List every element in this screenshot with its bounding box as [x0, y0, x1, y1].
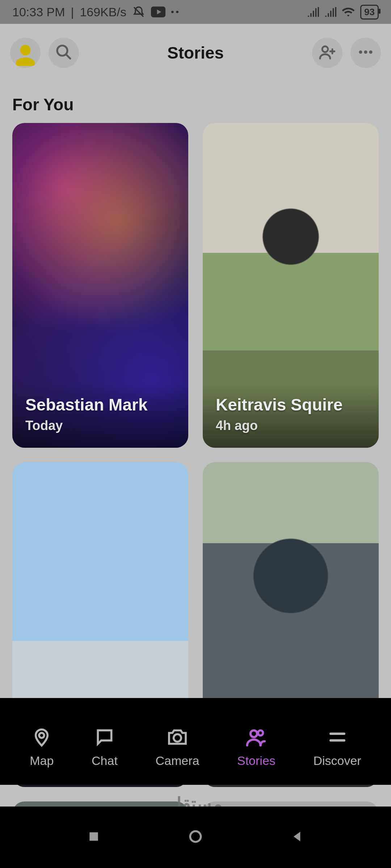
- search-button[interactable]: [49, 38, 79, 68]
- dots-icon: [171, 10, 178, 14]
- svg-point-16: [190, 831, 201, 842]
- section-for-you: For You: [0, 82, 391, 123]
- story-card[interactable]: Keitravis Squire 4h ago: [203, 123, 379, 448]
- svg-point-1: [171, 11, 174, 13]
- nav-map[interactable]: Map: [30, 726, 54, 768]
- nav-discover[interactable]: Discover: [313, 726, 361, 768]
- nav-label: Discover: [313, 754, 361, 768]
- home-button[interactable]: [188, 829, 203, 846]
- chat-icon: [93, 726, 116, 749]
- add-friend-button[interactable]: [312, 38, 342, 68]
- search-icon: [55, 43, 72, 62]
- status-speed: 169KB/s: [80, 5, 126, 19]
- svg-point-6: [359, 50, 362, 54]
- svg-point-11: [251, 730, 257, 737]
- more-button[interactable]: [350, 38, 381, 68]
- nav-camera[interactable]: Camera: [155, 726, 199, 768]
- nav-label: Stories: [237, 754, 276, 768]
- profile-avatar[interactable]: [10, 38, 41, 68]
- status-left: 10:33 PM | 169KB/s: [12, 5, 178, 19]
- nav-stories[interactable]: Stories: [237, 726, 276, 768]
- mute-icon: [132, 5, 145, 18]
- svg-rect-15: [90, 832, 98, 841]
- svg-point-12: [258, 730, 263, 735]
- battery-icon: 93: [360, 5, 379, 20]
- signal-2-icon: [324, 7, 336, 17]
- story-name: Sebastian Mark: [25, 395, 175, 414]
- nav-label: Camera: [155, 754, 199, 768]
- menu-icon: [326, 726, 349, 749]
- recents-button[interactable]: [87, 829, 101, 845]
- pin-icon: [30, 726, 53, 749]
- battery-level: 93: [364, 7, 375, 18]
- story-card[interactable]: Sebastian Mark Today: [12, 123, 188, 448]
- svg-point-2: [176, 11, 178, 13]
- top-bar: Stories: [0, 24, 391, 82]
- status-sep: |: [71, 5, 74, 19]
- system-nav: [0, 807, 391, 868]
- svg-point-7: [364, 50, 367, 54]
- svg-point-5: [322, 46, 328, 52]
- wifi-icon: [341, 7, 355, 17]
- nav-label: Map: [30, 754, 54, 768]
- youtube-icon: [151, 7, 165, 17]
- nav-chat[interactable]: Chat: [92, 726, 118, 768]
- svg-point-9: [39, 733, 44, 738]
- back-button[interactable]: [290, 829, 304, 845]
- signal-1-icon: [307, 7, 319, 17]
- camera-icon: [166, 726, 189, 749]
- story-subtitle: Today: [25, 418, 175, 433]
- people-icon: [245, 726, 268, 749]
- story-name: Keitravis Squire: [216, 395, 366, 414]
- status-right: 93: [307, 5, 379, 20]
- more-icon: [357, 43, 374, 62]
- story-subtitle: 4h ago: [216, 418, 366, 433]
- status-time: 10:33 PM: [12, 5, 65, 19]
- nav-label: Chat: [92, 754, 118, 768]
- status-bar: 10:33 PM | 169KB/s 93: [0, 0, 391, 24]
- bottom-nav: Map Chat Camera Stories Discover: [0, 698, 391, 785]
- svg-point-10: [174, 734, 181, 741]
- svg-point-8: [369, 50, 372, 54]
- add-friend-icon: [319, 43, 336, 62]
- svg-line-4: [66, 54, 70, 59]
